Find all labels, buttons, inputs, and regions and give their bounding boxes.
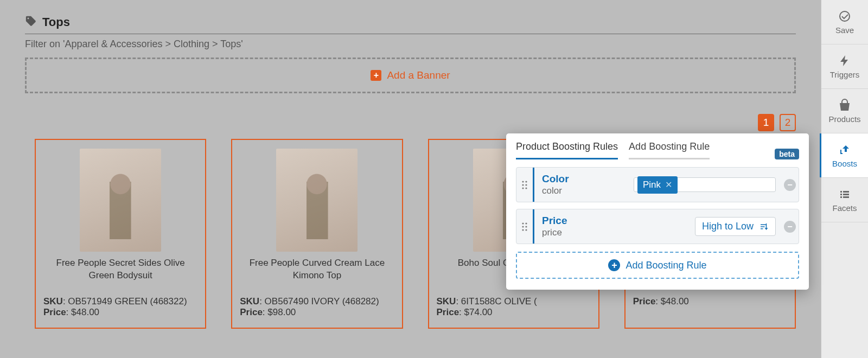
chip-label: Pink: [643, 180, 661, 190]
sku-label: SKU: [437, 296, 456, 306]
rule-value-input[interactable]: Pink ✕: [634, 177, 776, 192]
svg-point-11: [525, 229, 527, 231]
pager: 1 2: [25, 114, 796, 131]
product-card[interactable]: Free People Secret Sides Olive Green Bod…: [35, 139, 206, 329]
rule-field: price: [542, 227, 567, 238]
svg-point-8: [522, 226, 524, 227]
svg-point-4: [522, 187, 524, 189]
sidebar-item-save[interactable]: Save: [821, 0, 868, 44]
check-circle-icon: [838, 9, 852, 23]
page-title: Tops: [42, 15, 70, 29]
boost-arrow-icon: [838, 143, 852, 157]
sidebar-item-products[interactable]: Products: [821, 89, 868, 133]
beta-badge: beta: [775, 149, 799, 159]
price-value: $98.00: [267, 307, 296, 317]
sidebar-label: Facets: [832, 203, 857, 213]
tab-product-boosting-rules[interactable]: Product Boosting Rules: [516, 141, 618, 159]
product-image: [276, 149, 358, 252]
add-boosting-rule-label: Add Boosting Rule: [626, 260, 706, 271]
sidebar-item-boosts[interactable]: Boosts: [821, 133, 868, 178]
svg-point-5: [525, 187, 527, 189]
page-1-button[interactable]: 1: [758, 114, 774, 131]
page-header: Tops: [25, 15, 796, 34]
sku-label: SKU: [240, 296, 259, 306]
svg-point-10: [522, 229, 524, 231]
price-value: $48.00: [661, 296, 689, 306]
sku-value: OB567490 IVORY (468282): [265, 296, 379, 306]
plus-icon: +: [371, 70, 381, 81]
sidebar-label: Triggers: [830, 70, 859, 79]
sku-value: OB571949 GREEN (468322): [68, 296, 187, 306]
remove-rule-button[interactable]: −: [781, 221, 799, 233]
remove-rule-button[interactable]: −: [781, 179, 799, 191]
product-image: [80, 149, 161, 252]
product-card[interactable]: Free People Curved Cream Lace Kimono Top…: [231, 139, 403, 329]
sidebar-item-triggers[interactable]: Triggers: [821, 44, 868, 89]
add-boosting-rule-button[interactable]: + Add Boosting Rule: [516, 252, 799, 279]
svg-point-9: [525, 226, 527, 227]
sidebar-label: Products: [828, 114, 860, 124]
rule-name: Price: [542, 215, 567, 227]
lightning-icon: [838, 54, 852, 68]
rule-name: Color: [542, 173, 569, 186]
product-name: Free People Curved Cream Lace Kimono Top: [240, 257, 394, 282]
boosting-rule-row: Price price High to Low −: [516, 209, 799, 244]
price-value: $48.00: [71, 307, 99, 317]
sidebar-item-facets[interactable]: Facets: [821, 178, 868, 222]
boosting-popover: Product Boosting Rules Add Boosting Rule…: [506, 133, 809, 290]
svg-point-2: [522, 184, 524, 186]
sidebar-label: Boosts: [832, 159, 857, 168]
sort-direction-label: High to Low: [702, 221, 754, 232]
price-label: Price: [240, 307, 263, 317]
add-banner-label: Add a Banner: [387, 69, 450, 81]
add-banner-zone[interactable]: + Add a Banner: [25, 57, 796, 93]
sidebar-label: Save: [835, 25, 854, 35]
chip-remove-icon[interactable]: ✕: [665, 180, 672, 190]
sort-direction-select[interactable]: High to Low: [695, 217, 776, 236]
breadcrumb: Filter on 'Apparel & Accessories > Cloth…: [25, 39, 796, 50]
plus-circle-icon: +: [608, 259, 620, 271]
sku-value: 6IT1588C OLIVE (: [461, 296, 537, 306]
right-sidebar: Save Triggers Products Boosts Facets: [821, 0, 868, 358]
svg-point-1: [525, 181, 527, 182]
svg-point-6: [522, 222, 524, 224]
price-label: Price: [437, 307, 459, 317]
drag-handle-icon[interactable]: [516, 180, 533, 190]
bag-icon: [838, 98, 852, 112]
page-2-button[interactable]: 2: [780, 114, 796, 131]
sku-label: SKU: [43, 296, 63, 306]
list-icon: [838, 187, 852, 201]
drag-handle-icon[interactable]: [516, 222, 533, 232]
tab-add-boosting-rule[interactable]: Add Boosting Rule: [629, 141, 710, 159]
svg-point-3: [525, 184, 527, 186]
price-label: Price: [43, 307, 66, 317]
product-name: Free People Secret Sides Olive Green Bod…: [43, 257, 197, 282]
sort-desc-icon: [759, 222, 769, 232]
price-label: Price: [633, 296, 656, 306]
price-value: $74.00: [464, 307, 493, 317]
boosting-rule-row: Color color Pink ✕ −: [516, 167, 799, 202]
svg-point-7: [525, 222, 527, 224]
value-chip[interactable]: Pink ✕: [637, 176, 678, 194]
svg-point-0: [522, 181, 524, 182]
tag-icon: [25, 15, 37, 29]
rule-field: color: [542, 186, 569, 196]
